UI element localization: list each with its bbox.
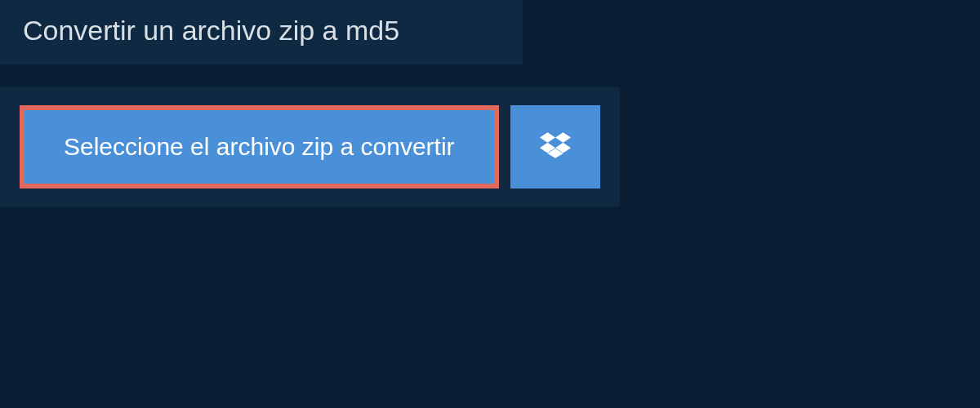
page-title: Convertir un archivo zip a md5 [23, 15, 500, 47]
page-header: Convertir un archivo zip a md5 [0, 0, 523, 64]
upload-panel: Seleccione el archivo zip a convertir [0, 87, 620, 206]
dropbox-icon [540, 130, 571, 164]
dropbox-button[interactable] [510, 105, 600, 188]
select-file-label: Seleccione el archivo zip a convertir [64, 133, 455, 161]
select-file-button[interactable]: Seleccione el archivo zip a convertir [20, 105, 499, 188]
